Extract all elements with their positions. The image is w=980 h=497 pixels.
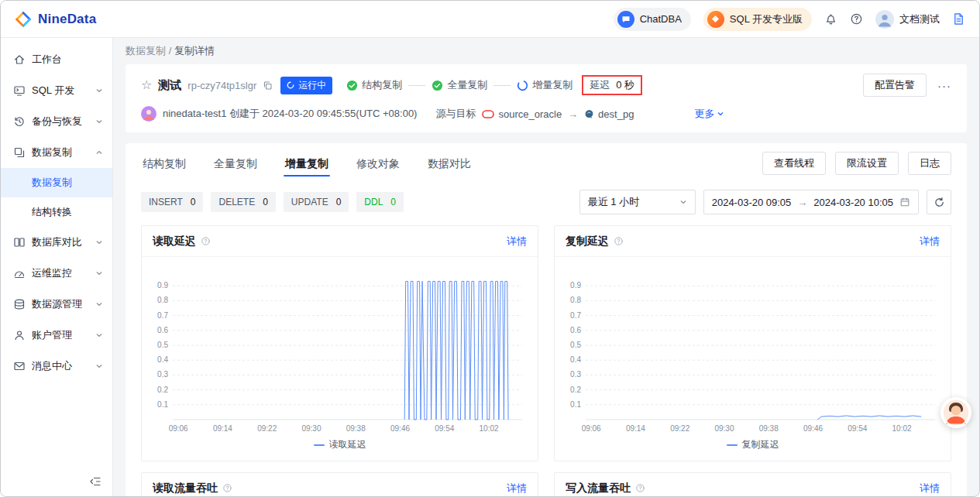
notification-bell-icon[interactable] bbox=[824, 12, 837, 26]
help-circle-icon[interactable] bbox=[614, 236, 624, 246]
user-avatar bbox=[875, 10, 894, 29]
detail-link[interactable]: 详情 bbox=[507, 482, 527, 495]
log-button[interactable]: 日志 bbox=[908, 152, 951, 175]
time-preset-select[interactable]: 最近 1 小时 bbox=[579, 190, 696, 214]
delay-value: 0 秒 bbox=[616, 78, 634, 92]
legend-marker bbox=[727, 444, 738, 446]
svg-text:09:54: 09:54 bbox=[435, 424, 454, 433]
stat-delete: DELETE 0 bbox=[211, 192, 275, 212]
sql-pro-button[interactable]: SQL 开发专业版 bbox=[703, 8, 812, 31]
copy-icon[interactable] bbox=[263, 81, 273, 91]
detail-link[interactable]: 详情 bbox=[920, 482, 940, 495]
tab-modify-objects[interactable]: 修改对象 bbox=[355, 146, 401, 180]
home-icon bbox=[13, 53, 26, 66]
sidebar-item-account[interactable]: 账户管理 bbox=[1, 320, 112, 351]
task-summary-card: ☆ 测试 rp-czy74tp1slgr 运行中 结构复制 bbox=[126, 64, 967, 132]
running-spinner-icon bbox=[287, 81, 294, 89]
refresh-button[interactable] bbox=[927, 190, 951, 214]
chart-title: 读取延迟 bbox=[153, 235, 196, 248]
chatdba-button[interactable]: ChatDBA bbox=[614, 8, 691, 31]
progress-circle-icon bbox=[517, 80, 528, 91]
svg-text:09:38: 09:38 bbox=[346, 424, 366, 433]
sidebar-subitem-data-replication[interactable]: 数据复制 bbox=[1, 168, 112, 197]
tab-data-compare[interactable]: 数据对比 bbox=[426, 146, 473, 180]
tab-structure-copy[interactable]: 结构复制 bbox=[141, 146, 187, 180]
favorite-star-icon[interactable]: ☆ bbox=[141, 79, 152, 91]
sidebar-item-ops-monitor[interactable]: 运维监控 bbox=[1, 258, 112, 289]
postgres-icon bbox=[584, 109, 594, 119]
step-full: 全量复制 bbox=[432, 78, 487, 92]
breadcrumb-parent[interactable]: 数据复制 bbox=[126, 45, 166, 57]
breadcrumb-current: 复制详情 bbox=[174, 45, 215, 57]
svg-text:0.7: 0.7 bbox=[570, 311, 581, 320]
svg-text:0.4: 0.4 bbox=[570, 355, 581, 364]
replication-steps: 结构复制 全量复制 增量复制 bbox=[346, 78, 573, 92]
chatdba-label: ChatDBA bbox=[640, 13, 682, 25]
target-datasource[interactable]: dest_pg bbox=[584, 108, 634, 120]
help-circle-icon[interactable] bbox=[201, 236, 211, 246]
oracle-icon bbox=[482, 110, 494, 118]
rate-limit-button[interactable]: 限流设置 bbox=[835, 152, 899, 175]
sidebar-item-db-compare[interactable]: 数据库对比 bbox=[1, 227, 112, 258]
chart-legend: 读取延迟 bbox=[148, 437, 531, 458]
chart-title: 复制延迟 bbox=[566, 235, 609, 248]
calendar-icon bbox=[899, 197, 910, 207]
delay-indicator: 延迟 0 秒 bbox=[582, 75, 642, 95]
sidebar-item-backup-restore[interactable]: 备份与恢复 bbox=[1, 106, 112, 137]
sidebar-item-data-replication[interactable]: 数据复制 bbox=[1, 137, 112, 168]
support-assistant-button[interactable] bbox=[940, 397, 971, 428]
sidebar-item-datasource[interactable]: 数据源管理 bbox=[1, 289, 112, 320]
svg-text:09:06: 09:06 bbox=[169, 424, 188, 433]
creator-info: ninedata-test1 创建于 2024-03-20 09:45:55(U… bbox=[163, 107, 417, 121]
tab-incremental-copy[interactable]: 增量复制 bbox=[284, 146, 330, 180]
chevron-down-icon bbox=[717, 110, 724, 118]
chart-title: 读取流量吞吐 bbox=[153, 482, 218, 495]
date-range-picker[interactable]: 2024-03-20 09:05 → 2024-03-20 10:05 bbox=[703, 190, 919, 214]
configure-alert-button[interactable]: 配置告警 bbox=[863, 74, 927, 97]
sidebar-item-message-center[interactable]: 消息中心 bbox=[1, 351, 112, 382]
chevron-down-icon bbox=[95, 362, 103, 370]
help-icon[interactable] bbox=[850, 12, 863, 26]
svg-text:0.7: 0.7 bbox=[157, 311, 168, 320]
svg-text:0.2: 0.2 bbox=[570, 386, 581, 394]
svg-text:09:14: 09:14 bbox=[626, 424, 645, 433]
detail-link[interactable]: 详情 bbox=[920, 235, 940, 248]
help-circle-icon[interactable] bbox=[635, 483, 645, 493]
collapse-sidebar-icon[interactable] bbox=[89, 475, 101, 488]
user-menu[interactable]: 文档测试 bbox=[875, 10, 940, 29]
sidebar-item-workbench[interactable]: 工作台 bbox=[1, 44, 112, 75]
stat-ddl: DDL 0 bbox=[356, 192, 404, 212]
more-link[interactable]: 更多 bbox=[694, 107, 724, 121]
step-incremental: 增量复制 bbox=[517, 78, 573, 92]
chart-panel-replication-delay: 复制延迟 详情 0.10.20.30.40.50.60.70.80.909:06… bbox=[554, 225, 951, 461]
detail-link[interactable]: 详情 bbox=[507, 235, 527, 248]
sidebar-subitem-structure-transform[interactable]: 结构转换 bbox=[1, 197, 112, 227]
svg-text:0.4: 0.4 bbox=[157, 355, 168, 364]
chart-panel-read-throughput: 读取流量吞吐 详情 bbox=[141, 472, 538, 497]
source-datasource[interactable]: source_oracle bbox=[482, 108, 562, 120]
backup-restore-icon bbox=[13, 115, 26, 128]
help-circle-icon[interactable] bbox=[222, 483, 232, 493]
username: 文档测试 bbox=[899, 12, 940, 26]
more-actions-button[interactable]: ··· bbox=[937, 80, 951, 91]
svg-text:09:30: 09:30 bbox=[301, 424, 321, 433]
sidebar-item-sql-dev[interactable]: SQL 开发 bbox=[1, 75, 112, 106]
chart-legend: 复制延迟 bbox=[561, 437, 944, 458]
creator-avatar bbox=[141, 106, 156, 122]
svg-text:10:02: 10:02 bbox=[480, 424, 499, 433]
tab-full-copy[interactable]: 全量复制 bbox=[212, 146, 259, 180]
source-target-label: 源与目标 bbox=[435, 107, 476, 121]
step-connector bbox=[493, 85, 511, 86]
data-replication-icon bbox=[13, 146, 26, 159]
top-bar: NineData ChatDBA SQL 开发专业版 bbox=[1, 1, 979, 38]
view-threads-button[interactable]: 查看线程 bbox=[762, 152, 826, 175]
svg-text:0.6: 0.6 bbox=[157, 326, 168, 334]
svg-text:09:46: 09:46 bbox=[390, 424, 410, 433]
svg-text:09:14: 09:14 bbox=[213, 424, 232, 433]
ninedata-logo[interactable]: NineData bbox=[15, 11, 96, 28]
docs-icon[interactable] bbox=[952, 12, 965, 26]
chevron-up-icon bbox=[95, 149, 103, 156]
chart-panel-write-throughput: 写入流量吞吐 详情 bbox=[554, 472, 951, 497]
chatdba-icon bbox=[617, 11, 634, 28]
read-delay-chart: 0.10.20.30.40.50.60.70.80.909:0609:1409:… bbox=[148, 262, 531, 437]
